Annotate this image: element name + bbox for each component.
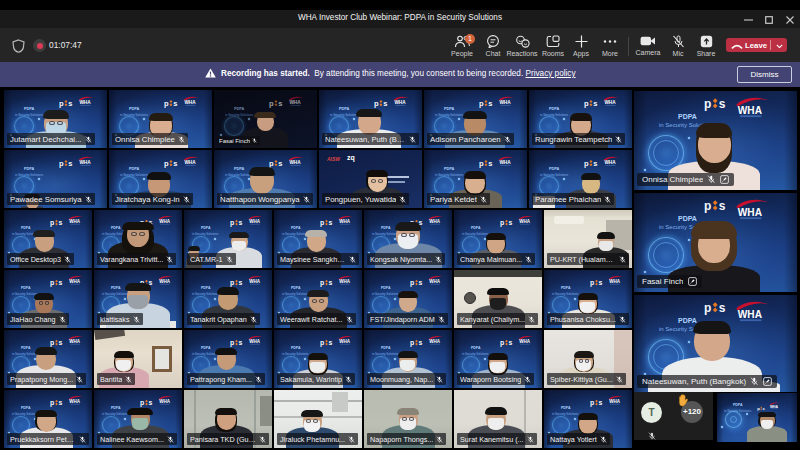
svg-text:s: s: [329, 219, 333, 226]
svg-text:s: s: [763, 406, 766, 411]
svg-text:s: s: [278, 99, 282, 108]
svg-text:p: p: [584, 159, 589, 168]
svg-text:WHA: WHA: [519, 339, 530, 344]
svg-text:WHA: WHA: [69, 219, 80, 224]
svg-text:p: p: [164, 159, 169, 168]
svg-text:s: s: [488, 159, 492, 168]
svg-text:p: p: [410, 279, 414, 287]
svg-text:s: s: [593, 99, 597, 108]
svg-text:p: p: [584, 99, 589, 108]
svg-text:p: p: [500, 339, 504, 347]
svg-text:p: p: [320, 339, 324, 347]
svg-text:p: p: [374, 99, 379, 108]
svg-text:p: p: [230, 279, 234, 287]
svg-text:p: p: [140, 399, 144, 407]
svg-text:WHA: WHA: [604, 100, 616, 105]
svg-text:p: p: [320, 219, 324, 227]
svg-text:s: s: [593, 159, 597, 168]
svg-text:p: p: [500, 219, 504, 227]
svg-text:WHA: WHA: [609, 399, 620, 404]
svg-text:s: s: [599, 399, 603, 406]
svg-text:WHA: WHA: [429, 279, 440, 284]
svg-text:p: p: [50, 339, 54, 347]
svg-text:s: s: [278, 159, 282, 168]
svg-text:s: s: [599, 279, 603, 286]
svg-text:s: s: [59, 399, 63, 406]
svg-text:s: s: [239, 339, 243, 346]
svg-text:s: s: [329, 279, 333, 286]
svg-text:WHA: WHA: [738, 309, 763, 320]
svg-text:p: p: [50, 219, 54, 227]
svg-text:s: s: [719, 97, 726, 111]
svg-text:s: s: [719, 199, 726, 213]
svg-text:p: p: [757, 406, 760, 411]
svg-text:WHA: WHA: [69, 399, 80, 404]
svg-text:p: p: [269, 99, 274, 108]
svg-text:WHA: WHA: [339, 339, 350, 344]
svg-text:p: p: [479, 159, 484, 168]
svg-text:WHA: WHA: [249, 279, 260, 284]
svg-text:WHA: WHA: [609, 279, 620, 284]
svg-text:WHA: WHA: [499, 160, 511, 165]
svg-text:p: p: [50, 279, 54, 287]
svg-text:s: s: [509, 339, 513, 346]
svg-text:WHA: WHA: [429, 219, 440, 224]
svg-text:p: p: [410, 339, 414, 347]
svg-text:s: s: [149, 399, 153, 406]
svg-text:p: p: [590, 279, 594, 287]
svg-text:p: p: [59, 159, 64, 168]
svg-text:p: p: [164, 99, 169, 108]
svg-text:WHA: WHA: [184, 100, 196, 105]
svg-text:WHA: WHA: [770, 405, 779, 409]
svg-text:s: s: [239, 279, 243, 286]
svg-text:p: p: [704, 97, 711, 111]
svg-text:s: s: [383, 99, 387, 108]
svg-text:WHA: WHA: [69, 339, 80, 344]
svg-text:s: s: [173, 99, 177, 108]
svg-text:p: p: [704, 301, 711, 315]
svg-text:s: s: [68, 159, 72, 168]
svg-text:WHA: WHA: [249, 219, 260, 224]
svg-text:s: s: [419, 279, 423, 286]
svg-text:WHA: WHA: [289, 100, 301, 105]
svg-text:WHA: WHA: [339, 279, 350, 284]
svg-text:WHA: WHA: [339, 219, 350, 224]
svg-text:s: s: [59, 219, 63, 226]
svg-text:WHA: WHA: [519, 219, 530, 224]
svg-text:WHA: WHA: [738, 105, 763, 116]
svg-text:p: p: [230, 339, 234, 347]
svg-text:p: p: [320, 279, 324, 287]
svg-text:s: s: [419, 339, 423, 346]
svg-text:p: p: [590, 399, 594, 407]
svg-text:WHA: WHA: [184, 160, 196, 165]
svg-text:s: s: [239, 219, 243, 226]
svg-text:p: p: [704, 199, 711, 213]
svg-text:s: s: [719, 301, 726, 315]
svg-text:s: s: [59, 339, 63, 346]
svg-text:s: s: [488, 99, 492, 108]
svg-text:WHA: WHA: [159, 399, 170, 404]
svg-text:WHA: WHA: [79, 100, 91, 105]
svg-text:WHA: WHA: [159, 219, 170, 224]
svg-text:WHA: WHA: [69, 279, 80, 284]
svg-text:s: s: [59, 279, 63, 286]
svg-text:p: p: [50, 399, 54, 407]
svg-text:s: s: [173, 159, 177, 168]
svg-text:p: p: [230, 219, 234, 227]
svg-text:p: p: [59, 99, 64, 108]
svg-text:WHA: WHA: [604, 160, 616, 165]
svg-text:WHA: WHA: [499, 100, 511, 105]
svg-text:WHA: WHA: [159, 279, 170, 284]
svg-text:WHA: WHA: [79, 160, 91, 165]
svg-text:WHA: WHA: [738, 207, 763, 218]
svg-text:s: s: [329, 339, 333, 346]
svg-text:WHA: WHA: [249, 339, 260, 344]
svg-text:p: p: [479, 99, 484, 108]
svg-text:WHA: WHA: [394, 100, 406, 105]
svg-text:s: s: [509, 219, 513, 226]
svg-text:WHA: WHA: [289, 160, 301, 165]
svg-text:s: s: [68, 99, 72, 108]
svg-text:WHA: WHA: [429, 339, 440, 344]
